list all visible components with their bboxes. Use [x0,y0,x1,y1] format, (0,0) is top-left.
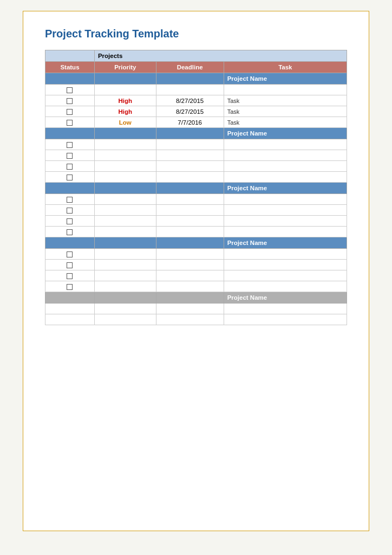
task-status-4-4 [45,281,95,292]
priority-low-label: Low [119,119,132,126]
task-status-4-3 [45,270,95,281]
task-status-4-1 [45,249,95,260]
checkbox[interactable] [67,98,73,104]
checkbox[interactable] [67,208,73,214]
task-name-2-4 [224,172,347,183]
task-priority-4-1 [94,249,156,260]
task-deadline-1-3: 8/27/2015 [156,106,224,117]
column-headers-row: Status Priority Deadline Task [45,62,347,73]
task-priority-4-4 [94,281,156,292]
task-status-2-2 [45,150,95,161]
task-deadline-4-1 [156,249,224,260]
checkbox[interactable] [67,197,73,203]
project-name-task-5: Project Name [224,292,347,304]
checkbox[interactable] [67,164,73,170]
table-row [45,227,347,237]
task-status-3-4 [45,227,95,237]
table-row [45,205,347,216]
project-name-status-3 [45,183,95,194]
task-name-4-1 [224,249,347,260]
checkbox[interactable] [67,218,73,224]
checkbox[interactable] [67,87,73,93]
table-row [45,281,347,292]
task-name-1-1 [224,85,347,95]
task-priority-1-3: High [94,106,156,117]
page-title: Project Tracking Template [45,28,347,40]
project-name-task-2: Project Name [224,128,347,139]
table-row [45,249,347,260]
checkbox[interactable] [67,175,73,180]
col-header-status: Status [45,62,95,73]
table-row [45,161,347,172]
task-priority-2-3 [94,161,156,172]
task-deadline-3-1 [156,194,224,205]
priority-high-label: High [118,108,132,115]
task-deadline-5-1 [156,304,224,314]
project-name-task-4: Project Name [224,237,347,249]
task-priority-2-4 [94,172,156,183]
project-name-priority-5 [94,292,156,304]
task-name-1-4: Task [224,117,347,128]
project-name-deadline-1 [156,73,224,85]
checkbox[interactable] [67,142,73,148]
table-row [45,150,347,161]
task-deadline-3-2 [156,205,224,216]
task-deadline-4-2 [156,260,224,270]
task-name-5-2 [224,314,347,325]
checkbox[interactable] [67,284,73,290]
task-deadline-3-3 [156,216,224,227]
task-name-2-1 [224,139,347,150]
projects-header-row: Projects [45,50,347,62]
task-priority-1-4: Low [94,117,156,128]
col-header-deadline: Deadline [156,62,224,73]
table-row: Low 7/7/2016 Task [45,117,347,128]
project-name-task-1: Project Name [224,73,347,85]
task-deadline-1-2: 8/27/2015 [156,95,224,106]
task-status-5-2 [45,314,95,325]
task-status-2-1 [45,139,95,150]
project-name-priority-1 [94,73,156,85]
checkbox[interactable] [67,120,73,126]
checkbox[interactable] [67,109,73,115]
project-name-deadline-5 [156,292,224,304]
task-status-2-3 [45,161,95,172]
project-name-priority-2 [94,128,156,139]
projects-header-status [45,50,95,62]
task-status-3-3 [45,216,95,227]
table-row [45,194,347,205]
project-name-status-5 [45,292,95,304]
project-name-priority-4 [94,237,156,249]
task-name-4-3 [224,270,347,281]
project-name-status-1 [45,73,95,85]
table-row [45,85,347,95]
checkbox[interactable] [67,251,73,257]
table-row [45,139,347,150]
project-name-row-2: Project Name [45,128,347,139]
col-header-task: Task [224,62,347,73]
checkbox[interactable] [67,262,73,268]
task-status-1-1 [45,85,95,95]
table-row [45,270,347,281]
project-name-status-4 [45,237,95,249]
task-deadline-2-1 [156,139,224,150]
task-status-2-4 [45,172,95,183]
task-deadline-2-4 [156,172,224,183]
page: Project Tracking Template Projects Statu… [23,11,369,531]
task-priority-1-1 [94,85,156,95]
table-row [45,314,347,325]
table-row [45,304,347,314]
checkbox[interactable] [67,229,73,235]
task-status-1-2 [45,95,95,106]
project-name-task-3: Project Name [224,183,347,194]
task-priority-5-1 [94,304,156,314]
checkbox[interactable] [67,273,73,279]
task-deadline-1-1 [156,85,224,95]
task-priority-1-2: High [94,95,156,106]
task-priority-4-2 [94,260,156,270]
task-deadline-2-2 [156,150,224,161]
task-priority-3-4 [94,227,156,237]
checkbox[interactable] [67,153,73,159]
task-status-3-1 [45,194,95,205]
task-name-5-1 [224,304,347,314]
col-header-priority: Priority [94,62,156,73]
